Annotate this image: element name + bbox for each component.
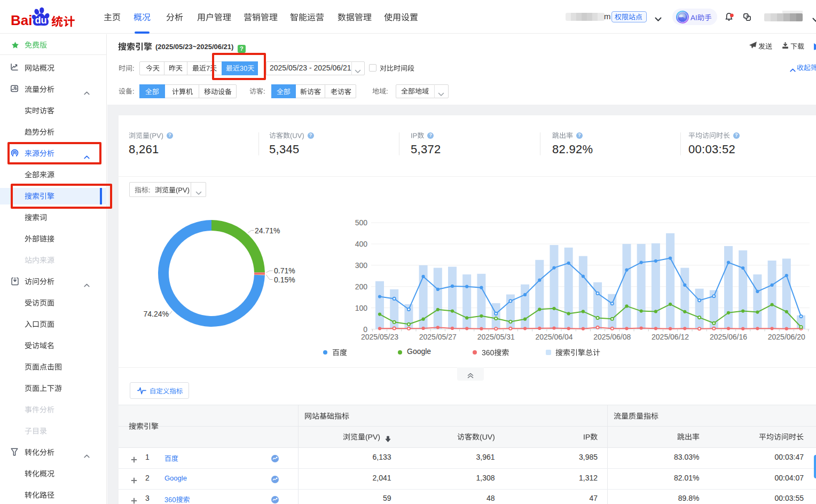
svg-text:2025/06/16: 2025/06/16 <box>710 333 747 341</box>
svg-text:200: 200 <box>355 282 368 291</box>
svg-text:2025/06/08: 2025/06/08 <box>593 333 631 341</box>
svg-text:100: 100 <box>355 304 368 312</box>
svg-text:2025/06/12: 2025/06/12 <box>652 333 689 341</box>
svg-text:500: 500 <box>355 218 368 227</box>
svg-text:2025/06/20: 2025/06/20 <box>768 333 805 341</box>
svg-text:2025/06/04: 2025/06/04 <box>535 333 572 341</box>
svg-text:2025/05/23: 2025/05/23 <box>361 333 398 341</box>
svg-text:2025/05/27: 2025/05/27 <box>419 333 457 341</box>
svg-text:300: 300 <box>355 261 368 270</box>
svg-text:2025/05/31: 2025/05/31 <box>477 333 515 341</box>
svg-text:400: 400 <box>355 240 368 248</box>
